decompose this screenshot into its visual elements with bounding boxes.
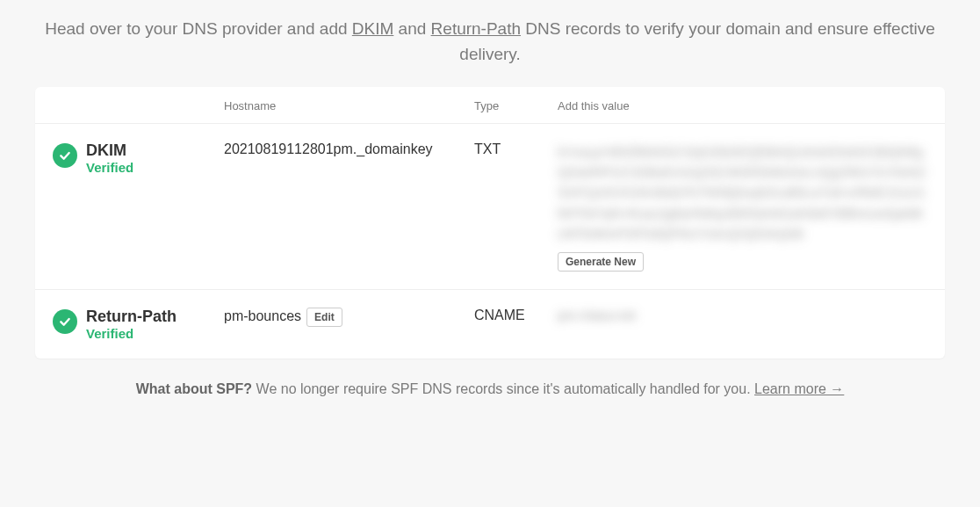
- header-text-post: DNS records to verify your domain and en…: [459, 19, 934, 63]
- spf-footer: What about SPF? We no longer require SPF…: [0, 359, 980, 406]
- table-row: DKIM Verified 20210819112801pm._domainke…: [35, 124, 945, 290]
- col-hostname: Hostname: [224, 99, 474, 112]
- hostname-value: 20210819112801pm._domainkey: [224, 141, 474, 157]
- return-path-link[interactable]: Return-Path: [431, 19, 521, 38]
- table-header: Hostname Type Add this value: [35, 87, 945, 124]
- hostname-value: pm-bounces: [224, 308, 301, 324]
- type-value: TXT: [474, 141, 558, 157]
- edit-button[interactable]: Edit: [306, 308, 342, 327]
- col-type: Type: [474, 99, 558, 112]
- header-instructions: Head over to your DNS provider and add D…: [0, 0, 980, 87]
- dns-records-panel: Hostname Type Add this value DKIM Verifi…: [35, 87, 945, 359]
- dkim-link[interactable]: DKIM: [352, 19, 394, 38]
- record-title: Return-Path: [86, 308, 177, 326]
- type-value: CNAME: [474, 308, 558, 323]
- header-text-mid: and: [393, 19, 430, 38]
- record-value-blurred: k=rsa;p=MIGfMA0GCSqGSIb3DQEBAQUAA4GNADCB…: [558, 141, 927, 243]
- learn-more-link[interactable]: Learn more →: [754, 381, 844, 396]
- record-value-blurred: pm.mtasv.net: [558, 308, 636, 322]
- footer-bold: What about SPF?: [136, 381, 252, 396]
- generate-new-button[interactable]: Generate New: [558, 252, 644, 272]
- status-badge: Verified: [86, 160, 133, 175]
- header-text-pre: Head over to your DNS provider and add: [45, 19, 352, 38]
- footer-text: We no longer require SPF DNS records sin…: [252, 381, 754, 396]
- table-row: Return-Path Verified pm-bounces Edit CNA…: [35, 290, 945, 359]
- status-badge: Verified: [86, 326, 177, 341]
- col-value: Add this value: [558, 99, 927, 112]
- record-title: DKIM: [86, 141, 133, 160]
- check-icon: [53, 143, 77, 168]
- check-icon: [53, 309, 77, 334]
